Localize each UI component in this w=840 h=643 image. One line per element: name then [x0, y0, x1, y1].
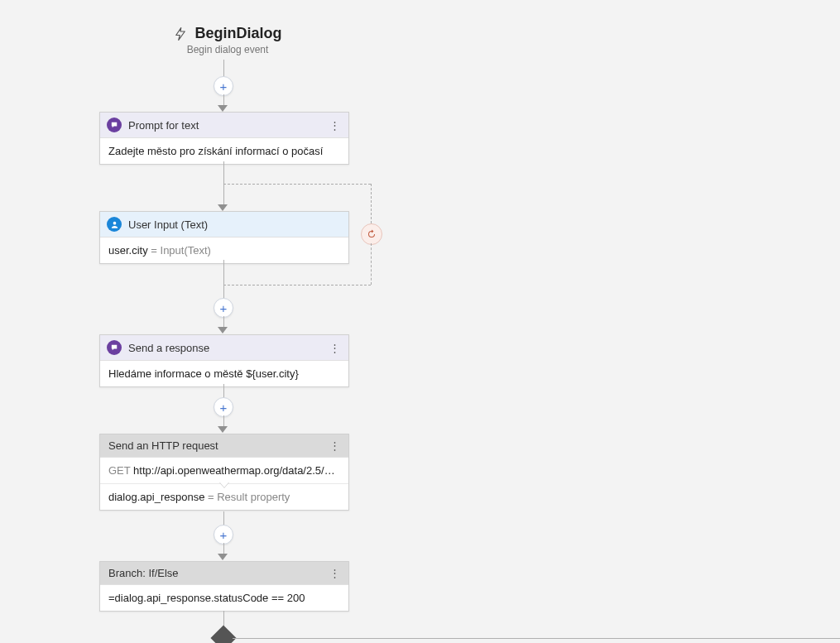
user-icon [107, 217, 122, 232]
loop-connector [371, 184, 372, 223]
http-method: GET [108, 464, 131, 477]
node-user-input[interactable]: User Input (Text) user.city = Input(Text… [99, 211, 349, 264]
node-send-response[interactable]: Send a response ⋮ Hledáme informace o mě… [99, 334, 349, 387]
arrow-down-icon [218, 105, 228, 112]
result-property: dialog.api_response [108, 491, 204, 503]
branch-condition: =dialog.api_response.statusCode == 200 [100, 585, 348, 611]
trigger-title: BeginDialog [194, 25, 281, 42]
loop-connector [223, 184, 371, 185]
node-menu-button[interactable]: ⋮ [328, 120, 342, 131]
svg-point-0 [113, 221, 116, 224]
flow-canvas[interactable]: BeginDialog Begin dialog event + Prompt … [0, 0, 840, 643]
property-value: Input(Text) [161, 244, 211, 257]
node-branch-if-else[interactable]: Branch: If/Else ⋮ =dialog.api_response.s… [99, 561, 349, 612]
node-http-request[interactable]: Send an HTTP request ⋮ GET http://api.op… [99, 434, 349, 511]
arrow-down-icon [218, 327, 228, 333]
node-title: User Input (Text) [128, 218, 342, 231]
result-label: Result property [217, 491, 290, 503]
http-url: http://api.openweathermap.org/data/2.5/w… [131, 464, 349, 477]
loop-connector [371, 243, 372, 285]
equals: = [204, 491, 217, 503]
node-title: Send a response [128, 342, 328, 354]
node-body: Zadejte město pro získání informací o po… [100, 138, 348, 164]
node-menu-button[interactable]: ⋮ [328, 440, 342, 451]
bot-icon [107, 340, 122, 355]
property-name: user.city [108, 244, 148, 257]
node-title: Branch: If/Else [107, 567, 328, 579]
connector [223, 316, 224, 328]
equals: = [148, 244, 161, 257]
node-menu-button[interactable]: ⋮ [328, 568, 342, 578]
add-action-button[interactable]: + [214, 525, 233, 545]
lightning-icon [173, 26, 188, 41]
node-menu-button[interactable]: ⋮ [328, 343, 342, 353]
node-body: Hledáme informace o městě ${user.city} [100, 361, 348, 386]
connector-tip-icon [219, 482, 229, 487]
decision-diamond-icon [210, 625, 236, 643]
loop-connector [223, 285, 371, 286]
connector [223, 543, 224, 554]
connector [223, 94, 224, 106]
node-title: Send an HTTP request [107, 439, 328, 452]
bot-icon [107, 118, 122, 132]
connector [233, 638, 840, 639]
node-body: user.city = Input(Text) [100, 238, 348, 263]
add-action-button[interactable]: + [214, 298, 233, 318]
node-prompt-text[interactable]: Prompt for text ⋮ Zadejte město pro získ… [99, 112, 349, 165]
trigger-subtitle: Begin dialog event [95, 44, 360, 55]
arrow-down-icon [218, 204, 228, 211]
arrow-down-icon [218, 554, 228, 560]
arrow-down-icon [218, 426, 228, 433]
trigger-header: BeginDialog Begin dialog event [95, 25, 360, 55]
connector [223, 260, 224, 301]
loop-icon [361, 223, 382, 245]
add-action-button[interactable]: + [214, 397, 233, 417]
node-title: Prompt for text [128, 119, 328, 132]
http-request-line: GET http://api.openweathermap.org/data/2… [100, 458, 348, 483]
connector [223, 415, 224, 427]
add-action-button[interactable]: + [214, 76, 233, 96]
